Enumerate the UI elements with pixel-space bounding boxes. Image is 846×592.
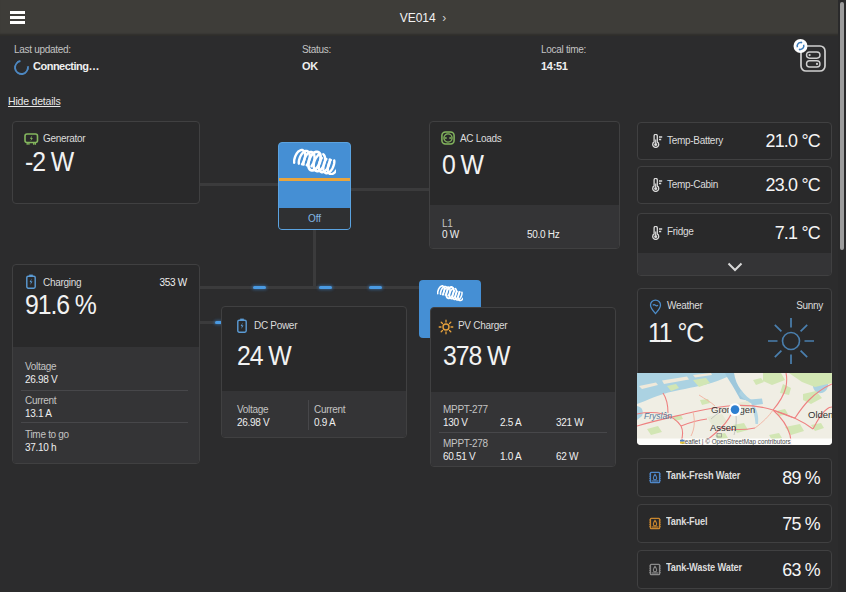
svg-text:Fryslân: Fryslân <box>644 411 672 421</box>
svg-text:Assen: Assen <box>710 422 736 433</box>
svg-text:Olden: Olden <box>808 409 832 420</box>
svg-text:Leaflet | © OpenStreetMap cont: Leaflet | © OpenStreetMap contributors <box>681 438 791 445</box>
